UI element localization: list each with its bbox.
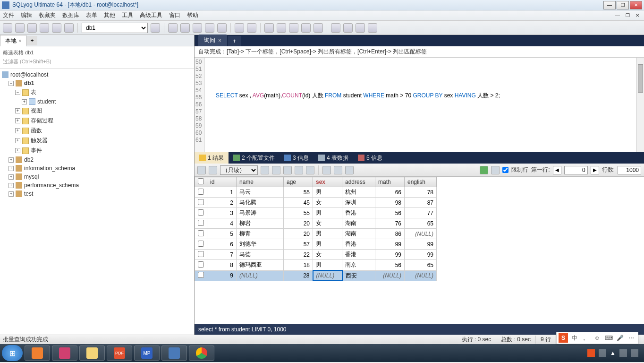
menu-window[interactable]: 窗口: [169, 11, 180, 19]
menu-table[interactable]: 表单: [86, 11, 97, 19]
close-query-icon[interactable]: ×: [218, 37, 221, 44]
rt-export-icon[interactable]: [197, 166, 206, 174]
tray-icon[interactable]: [599, 349, 606, 357]
cell-sex[interactable]: 女: [313, 218, 342, 229]
cell-address[interactable]: 香港: [342, 208, 375, 218]
maximize-button[interactable]: ❐: [617, 1, 629, 9]
tray-sogou-icon[interactable]: [587, 349, 595, 357]
cell-sex[interactable]: 男: [313, 208, 342, 218]
row-checkbox[interactable]: [198, 272, 204, 278]
cell-id[interactable]: 5: [207, 229, 237, 239]
limit-rows-checkbox[interactable]: [502, 167, 508, 173]
cell-id[interactable]: 1: [207, 187, 237, 198]
system-tray[interactable]: ▲: [587, 349, 642, 357]
schema-tree[interactable]: root@localhost −db1 −表 +student +视图 +存储过…: [0, 69, 194, 335]
table-row[interactable]: 1马云55男杭州6678: [195, 187, 437, 198]
rows-input[interactable]: [618, 166, 641, 174]
tb-icon-8[interactable]: [247, 23, 256, 33]
mdi-close-button[interactable]: ✕: [634, 13, 641, 18]
expand-icon[interactable]: +: [8, 157, 14, 163]
cell-address[interactable]: 香港: [342, 239, 375, 250]
tree-db2[interactable]: db2: [24, 156, 34, 163]
select-all-checkbox[interactable]: [198, 178, 204, 184]
cell-address[interactable]: 香港: [342, 250, 375, 260]
menu-fav[interactable]: 收藏夹: [39, 11, 56, 19]
tb-icon-5[interactable]: [205, 23, 214, 33]
mdi-minimize-button[interactable]: —: [613, 13, 622, 18]
cell-math[interactable]: 86: [375, 229, 405, 239]
cell-english[interactable]: 65: [405, 260, 437, 271]
result-tab-info[interactable]: 3 信息: [280, 152, 314, 164]
filter-icon[interactable]: [480, 166, 488, 174]
mdi-restore-button[interactable]: ❐: [624, 13, 632, 18]
cell-age[interactable]: 20: [284, 229, 313, 239]
cell-age[interactable]: 22: [284, 250, 313, 260]
cell-age[interactable]: 55: [284, 208, 313, 218]
rt-dropdown-icon[interactable]: [209, 166, 217, 174]
menu-file[interactable]: 文件: [3, 11, 14, 19]
cell-name[interactable]: 德玛西亚: [237, 260, 284, 271]
cell-name[interactable]: 马景涛: [237, 208, 284, 218]
expand-icon[interactable]: +: [8, 166, 14, 171]
ime-more-icon[interactable]: ⋯: [627, 333, 636, 343]
cell-math[interactable]: 76: [375, 218, 405, 229]
stop-icon[interactable]: [64, 23, 74, 33]
row-checkbox[interactable]: [198, 189, 204, 195]
tb-icon-11[interactable]: [289, 23, 298, 33]
code-content[interactable]: SELECT sex , AVG(math),COUNT(id) 人数 FROM…: [205, 58, 644, 152]
row-checkbox[interactable]: [198, 199, 204, 205]
cell-english[interactable]: 65: [405, 218, 437, 229]
taskbar-app-1[interactable]: [25, 346, 50, 361]
tree-triggers[interactable]: 触发器: [31, 137, 48, 145]
cell-name[interactable]: 马化腾: [237, 198, 284, 208]
cell-id[interactable]: 8: [207, 260, 237, 271]
tb-icon-14[interactable]: [331, 23, 340, 33]
cell-math[interactable]: 56: [375, 260, 405, 271]
tree-mysql[interactable]: mysql: [24, 173, 39, 180]
tb-icon-13[interactable]: [314, 23, 323, 33]
expand-icon[interactable]: +: [15, 148, 20, 153]
expand-icon[interactable]: +: [8, 191, 14, 197]
expand-icon[interactable]: +: [22, 99, 27, 104]
menu-tool[interactable]: 工具: [122, 11, 133, 19]
menu-advtool[interactable]: 高级工具: [140, 11, 162, 19]
rt-grid-icon[interactable]: [322, 166, 331, 174]
cell-sex[interactable]: 男: [313, 260, 342, 271]
result-grid[interactable]: id name age sex address math english 1马云…: [195, 177, 644, 324]
cell-sex[interactable]: 男: [313, 229, 342, 239]
cell-sex[interactable]: 女: [313, 198, 342, 208]
tb-icon-15[interactable]: [343, 23, 353, 33]
table-row[interactable]: 4柳岩20女湖南7665: [195, 218, 437, 229]
cell-age[interactable]: 57: [284, 239, 313, 250]
cell-math[interactable]: 66: [375, 187, 405, 198]
next-page-button[interactable]: ▶: [591, 166, 599, 174]
expand-icon[interactable]: +: [15, 138, 20, 143]
row-checkbox[interactable]: [198, 261, 204, 268]
minimize-button[interactable]: —: [603, 1, 616, 9]
table-row[interactable]: 2马化腾45女深圳9887: [195, 198, 437, 208]
cell-id[interactable]: 3: [207, 208, 237, 218]
start-button[interactable]: ⊞: [2, 345, 23, 361]
tree-test[interactable]: test: [24, 190, 33, 197]
editor-scrollbar[interactable]: [636, 58, 644, 152]
readonly-select[interactable]: （只读）: [220, 165, 258, 175]
row-checkbox[interactable]: [198, 251, 204, 257]
query-tab[interactable]: 询问 ×: [198, 35, 227, 46]
connection-tab[interactable]: 本地 ×: [0, 35, 26, 46]
col-english[interactable]: english: [405, 177, 437, 187]
cell-english[interactable]: 77: [405, 208, 437, 218]
tb-icon-1[interactable]: [151, 23, 160, 33]
taskbar-sqlyog[interactable]: [161, 346, 187, 361]
tb-icon-7[interactable]: [235, 23, 244, 33]
cell-math[interactable]: 98: [375, 198, 405, 208]
tb-icon-3[interactable]: [180, 23, 190, 33]
sql-editor[interactable]: 505152535455565758596061 SELECT sex , AV…: [195, 58, 644, 152]
rt-icon-5[interactable]: [306, 166, 314, 174]
tree-db1[interactable]: db1: [24, 80, 34, 86]
cell-english[interactable]: 99: [405, 250, 437, 260]
collapse-icon[interactable]: −: [8, 81, 14, 86]
tree-student[interactable]: student: [37, 98, 56, 105]
cell-english[interactable]: 78: [405, 187, 437, 198]
cell-address[interactable]: 西安: [342, 270, 375, 281]
row-checkbox[interactable]: [198, 230, 204, 236]
